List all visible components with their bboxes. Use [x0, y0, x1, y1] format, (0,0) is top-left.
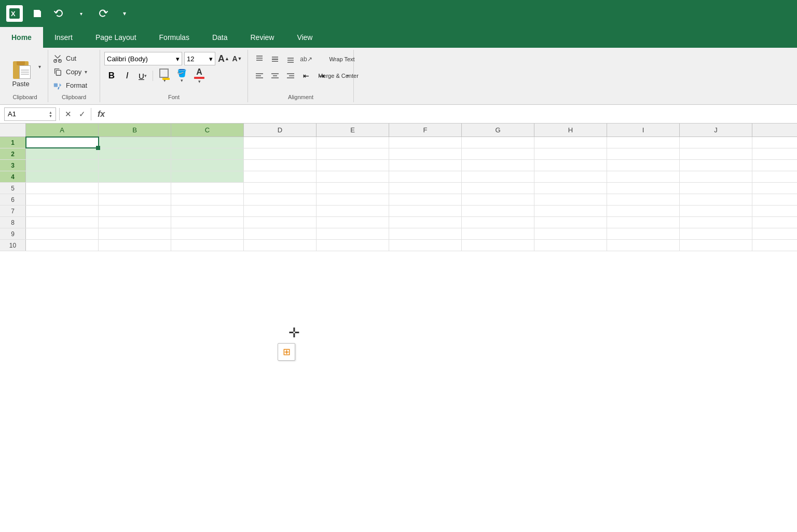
row-header-4[interactable]: 4	[0, 171, 26, 182]
cell-a10[interactable]	[26, 240, 99, 251]
fill-color-dropdown[interactable]: ▾	[181, 78, 183, 83]
underline-button[interactable]: U ▾	[135, 69, 150, 83]
cell-i5[interactable]	[607, 183, 680, 194]
font-size-dropdown[interactable]: ▾	[209, 55, 213, 63]
tab-view[interactable]: View	[285, 27, 324, 48]
cell-e1[interactable]	[317, 137, 389, 148]
font-color-dropdown[interactable]: ▾	[198, 79, 201, 84]
tab-data[interactable]: Data	[201, 27, 239, 48]
cell-j6[interactable]	[680, 194, 752, 205]
cell-j1[interactable]	[680, 137, 752, 148]
cell-ref-arrows[interactable]: ▲ ▼	[49, 111, 52, 118]
cell-h6[interactable]	[534, 194, 607, 205]
cell-i2[interactable]	[607, 148, 680, 159]
cell-d7[interactable]	[244, 206, 317, 216]
cell-h9[interactable]	[534, 228, 607, 239]
col-header-d[interactable]: D	[244, 124, 317, 137]
row-header-6[interactable]: 6	[0, 194, 26, 205]
cell-f9[interactable]	[389, 228, 462, 239]
cell-e5[interactable]	[317, 183, 389, 194]
orientation-button[interactable]: ab↗	[299, 52, 313, 66]
copy-item[interactable]: Copy ▾	[50, 65, 95, 78]
cell-e8[interactable]	[317, 217, 389, 228]
row-header-2[interactable]: 2	[0, 148, 26, 159]
undo-button[interactable]	[52, 6, 66, 21]
cell-j10[interactable]	[680, 240, 752, 251]
row-header-9[interactable]: 9	[0, 228, 26, 239]
row-header-1[interactable]: 1	[0, 137, 26, 148]
align-center-button[interactable]	[268, 69, 282, 83]
col-header-b[interactable]: B	[99, 124, 171, 137]
cell-f6[interactable]	[389, 194, 462, 205]
cell-e9[interactable]	[317, 228, 389, 239]
row-header-5[interactable]: 5	[0, 183, 26, 194]
cell-h3[interactable]	[534, 160, 607, 171]
cell-b5[interactable]	[99, 183, 171, 194]
cell-i3[interactable]	[607, 160, 680, 171]
cell-i10[interactable]	[607, 240, 680, 251]
cell-g7[interactable]	[462, 206, 534, 216]
cell-f5[interactable]	[389, 183, 462, 194]
cell-i7[interactable]	[607, 206, 680, 216]
font-grow-button[interactable]: A▲	[217, 52, 230, 65]
underline-dropdown[interactable]: ▾	[144, 73, 147, 78]
cell-h7[interactable]	[534, 206, 607, 216]
save-button[interactable]	[30, 6, 45, 21]
tab-formulas[interactable]: Formulas	[148, 27, 201, 48]
cell-f10[interactable]	[389, 240, 462, 251]
font-size-select[interactable]: 12 ▾	[184, 52, 215, 65]
cell-f8[interactable]	[389, 217, 462, 228]
cell-b2[interactable]	[99, 148, 171, 159]
customize-qat-button[interactable]: ▾	[117, 6, 132, 21]
cell-i1[interactable]	[607, 137, 680, 148]
cell-ref-down-arrow[interactable]: ▼	[49, 114, 52, 118]
cell-h8[interactable]	[534, 217, 607, 228]
cell-d3[interactable]	[244, 160, 317, 171]
cell-i4[interactable]	[607, 171, 680, 182]
merge-center-button[interactable]: Merge & Center	[331, 69, 346, 83]
cell-i6[interactable]	[607, 194, 680, 205]
cell-e2[interactable]	[317, 148, 389, 159]
cell-j7[interactable]	[680, 206, 752, 216]
cell-a4[interactable]	[26, 171, 99, 182]
cell-j3[interactable]	[680, 160, 752, 171]
cell-b10[interactable]	[99, 240, 171, 251]
cell-e7[interactable]	[317, 206, 389, 216]
tab-home[interactable]: Home	[0, 27, 43, 48]
cell-d9[interactable]	[244, 228, 317, 239]
undo-dropdown-button[interactable]: ▾	[74, 6, 88, 21]
font-name-dropdown[interactable]: ▾	[176, 55, 180, 63]
cell-g10[interactable]	[462, 240, 534, 251]
row-header-8[interactable]: 8	[0, 217, 26, 228]
cell-a7[interactable]	[26, 206, 99, 216]
formula-cancel-button[interactable]: ✕	[63, 108, 74, 120]
cell-b9[interactable]	[99, 228, 171, 239]
col-header-a[interactable]: A	[26, 124, 99, 137]
paste-button[interactable]: Paste	[5, 54, 36, 90]
cell-reference-box[interactable]: A1 ▲ ▼	[4, 107, 56, 121]
cell-c6[interactable]	[171, 194, 244, 205]
cell-c10[interactable]	[171, 240, 244, 251]
align-bottom-button[interactable]	[283, 52, 298, 66]
row-header-3[interactable]: 3	[0, 160, 26, 171]
fill-color-button[interactable]: 🪣 ▾	[173, 69, 190, 83]
cell-j4[interactable]	[680, 171, 752, 182]
cell-b1[interactable]	[99, 137, 171, 148]
paste-dropdown[interactable]: ▾	[36, 64, 43, 80]
cell-d5[interactable]	[244, 183, 317, 194]
cell-g2[interactable]	[462, 148, 534, 159]
cell-c2[interactable]	[171, 148, 244, 159]
cell-c8[interactable]	[171, 217, 244, 228]
cell-h2[interactable]	[534, 148, 607, 159]
merge-dropdown[interactable]: ▾	[347, 73, 349, 78]
cell-h1[interactable]	[534, 137, 607, 148]
row-header-10[interactable]: 10	[0, 240, 26, 251]
border-button[interactable]: ▾	[156, 69, 172, 83]
col-header-h[interactable]: H	[534, 124, 607, 137]
cell-d10[interactable]	[244, 240, 317, 251]
cell-j9[interactable]	[680, 228, 752, 239]
cell-g3[interactable]	[462, 160, 534, 171]
col-header-c[interactable]: C	[171, 124, 244, 137]
cell-b4[interactable]	[99, 171, 171, 182]
cell-g1[interactable]	[462, 137, 534, 148]
